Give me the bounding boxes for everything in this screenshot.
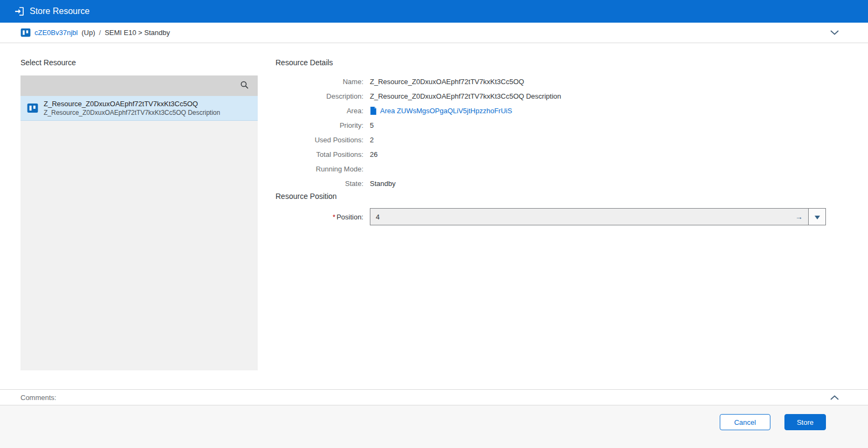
resource-details-panel: Resource Details Name: Z_Resource_Z0Dxux… [275, 57, 826, 389]
select-resource-panel: Select Resource [20, 57, 258, 389]
detail-row-area: Area: Area ZUWsMgsOPgaQLiV5jtHpzzhoFrUiS [275, 104, 826, 118]
comments-expand-button[interactable] [828, 391, 841, 404]
detail-label: Area: [275, 107, 370, 115]
position-input[interactable] [376, 213, 791, 221]
cancel-button[interactable]: Cancel [720, 414, 770, 430]
resource-list: Z_Resource_Z0DxuxOAEphf72tTV7kxKt3Cc5OQ … [20, 75, 258, 370]
store-resource-icon [15, 6, 24, 16]
detail-row-priority: Priority: 5 [275, 118, 826, 133]
detail-value: Standby [370, 180, 396, 188]
breadcrumb-status-text: SEMI E10 > Standby [105, 29, 170, 37]
breadcrumb: cZE0Bv37njbl (Up) / SEMI E10 > Standby [0, 23, 868, 43]
value-help-arrow-icon: → [795, 213, 803, 220]
list-item-description: Z_Resource_Z0DxuxOAEphf72tTV7kxKt3Cc5OQ … [44, 109, 220, 116]
required-marker: * [333, 213, 335, 221]
chevron-down-icon [830, 29, 839, 37]
resource-icon [20, 27, 31, 38]
detail-label: Name: [275, 78, 370, 86]
detail-row-state: State: Standby [275, 176, 826, 191]
search-icon [240, 80, 249, 91]
select-resource-title: Select Resource [20, 58, 258, 67]
area-link[interactable]: Area ZUWsMgsOPgaQLiV5jtHpzzhoFrUiS [380, 107, 512, 115]
resource-search-bar [20, 75, 258, 96]
footer-bar: Cancel Store [0, 405, 868, 448]
detail-row-name: Name: Z_Resource_Z0DxuxOAEphf72tTV7kxKt3… [275, 74, 826, 89]
list-item-name: Z_Resource_Z0DxuxOAEphf72tTV7kxKt3Cc5OQ [44, 100, 220, 108]
position-row: *Position: → [275, 208, 826, 225]
resource-list-empty-area [20, 121, 258, 370]
breadcrumb-resource-link[interactable]: cZE0Bv37njbl [35, 29, 78, 37]
resource-search-input[interactable] [28, 82, 239, 90]
breadcrumb-up-label: (Up) [81, 29, 95, 37]
store-button[interactable]: Store [784, 414, 826, 430]
detail-row-total-positions: Total Positions: 26 [275, 147, 826, 162]
detail-value: Z_Resource_Z0DxuxOAEphf72tTV7kxKt3Cc5OQ … [370, 92, 561, 100]
search-button[interactable] [239, 79, 250, 92]
chevron-up-icon [830, 394, 839, 402]
resource-position-title: Resource Position [275, 192, 826, 201]
resource-icon [27, 102, 38, 114]
header-collapse-button[interactable] [828, 26, 841, 39]
detail-value: 2 [370, 136, 374, 144]
resource-details-title: Resource Details [275, 58, 826, 67]
detail-value: 26 [370, 150, 377, 158]
position-dropdown-button[interactable] [809, 208, 826, 225]
dropdown-caret-icon [815, 213, 820, 221]
page-title: Store Resource [30, 6, 89, 16]
resource-list-item[interactable]: Z_Resource_Z0DxuxOAEphf72tTV7kxKt3Cc5OQ … [20, 96, 258, 121]
detail-row-description: Description: Z_Resource_Z0DxuxOAEphf72tT… [275, 89, 826, 104]
comments-bar: Comments: [0, 389, 868, 405]
detail-label: Used Positions: [275, 136, 370, 144]
detail-label: Description: [275, 92, 370, 100]
detail-label: Running Mode: [275, 165, 370, 173]
breadcrumb-separator: / [99, 29, 101, 37]
detail-row-used-positions: Used Positions: 2 [275, 133, 826, 147]
app-header: Store Resource [0, 0, 868, 23]
detail-value: 5 [370, 121, 374, 129]
detail-label: State: [275, 180, 370, 188]
position-field: → [370, 208, 809, 225]
position-label: *Position: [275, 213, 370, 221]
detail-value: Z_Resource_Z0DxuxOAEphf72tTV7kxKt3Cc5OQ [370, 78, 524, 86]
comments-label: Comments: [20, 394, 56, 402]
detail-label: Priority: [275, 121, 370, 129]
detail-row-running-mode: Running Mode: [275, 162, 826, 176]
area-icon [370, 107, 377, 115]
list-item-texts: Z_Resource_Z0DxuxOAEphf72tTV7kxKt3Cc5OQ … [44, 100, 220, 116]
main-content: Select Resource [0, 43, 868, 389]
detail-label: Total Positions: [275, 150, 370, 158]
